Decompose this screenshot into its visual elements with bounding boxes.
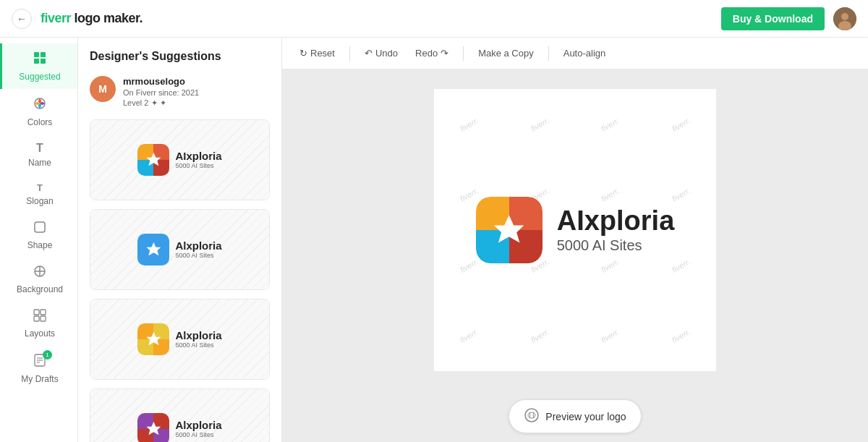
- undo-icon: ↶: [365, 48, 373, 59]
- svg-rect-13: [41, 310, 46, 315]
- svg-rect-15: [41, 316, 46, 321]
- header: ← fiverr logo maker. Buy & Download: [0, 0, 868, 38]
- toolbar-divider-1: [349, 46, 350, 61]
- slogan-icon: T: [37, 182, 43, 193]
- preview-label: Preview your logo: [545, 411, 626, 422]
- name-icon: T: [36, 142, 43, 155]
- sidebar-item-label: Suggested: [19, 72, 60, 82]
- designer-name: mrmouselogo: [123, 76, 199, 87]
- card-preview-1: AIxploria 5000 AI Sites: [90, 120, 269, 200]
- sidebar-item-slogan[interactable]: T Slogan: [0, 175, 77, 213]
- main-logo-text: AIxploria 5000 AI Sites: [557, 207, 675, 254]
- svg-rect-8: [35, 222, 45, 232]
- card-preview-3: Alxploria 5000 AI Sites: [90, 299, 269, 379]
- svg-rect-4: [41, 52, 46, 57]
- sidebar-item-shape[interactable]: Shape: [0, 213, 77, 258]
- make-copy-button[interactable]: Make a Copy: [472, 45, 540, 61]
- user-avatar[interactable]: [833, 7, 856, 30]
- suggestion-card-2[interactable]: Alxploria 5000 AI Sites: [90, 209, 270, 290]
- background-icon: [33, 265, 46, 281]
- sidebar-item-drafts[interactable]: 1 My Drafts: [0, 346, 77, 391]
- sidebar-item-layouts[interactable]: Layouts: [0, 302, 77, 346]
- drafts-badge: 1: [43, 350, 52, 360]
- auto-align-button[interactable]: Auto-align: [558, 45, 612, 61]
- svg-rect-6: [41, 59, 46, 64]
- card-preview-2: Alxploria 5000 AI Sites: [90, 210, 269, 289]
- logo-preview-inner: AIxploria 5000 AI Sites: [476, 197, 675, 263]
- buy-download-button[interactable]: Buy & Download: [721, 7, 825, 30]
- preview-btn-area: Preview your logo: [282, 391, 868, 442]
- reset-button[interactable]: ↻ Reset: [294, 45, 341, 61]
- suggested-icon: [33, 51, 47, 69]
- suggestion-card-1[interactable]: AIxploria 5000 AI Sites: [90, 119, 270, 200]
- designer-info: M mrmouselogo On Fiverr since: 2021 Leve…: [90, 76, 270, 108]
- sidebar-item-colors[interactable]: Colors: [0, 89, 77, 135]
- sidebar-item-label: Background: [17, 284, 63, 294]
- main-layout: Suggested Colors T Name T Slogan Shape: [0, 38, 868, 442]
- back-button[interactable]: ←: [12, 9, 32, 29]
- sidebar: Suggested Colors T Name T Slogan Shape: [0, 38, 78, 442]
- svg-rect-12: [34, 310, 39, 315]
- toolbar-divider-3: [548, 46, 549, 61]
- sidebar-item-label: Slogan: [26, 196, 53, 206]
- main-logo-icon: [476, 197, 542, 263]
- canvas-content: fiverr. fiverr. fiverr. fiverr. fiverr. …: [282, 69, 868, 391]
- svg-rect-14: [34, 316, 39, 321]
- sidebar-item-label: Shape: [27, 240, 53, 250]
- preview-logo-button[interactable]: Preview your logo: [509, 399, 641, 433]
- shape-icon: [33, 221, 46, 237]
- undo-button[interactable]: ↶ Undo: [359, 45, 404, 61]
- sidebar-item-label: Colors: [27, 117, 53, 127]
- sidebar-item-label: My Drafts: [21, 374, 58, 384]
- redo-button[interactable]: Redo ↷: [409, 45, 454, 61]
- redo-icon: ↷: [441, 48, 448, 59]
- sidebar-item-label: Layouts: [25, 328, 55, 339]
- svg-rect-5: [34, 59, 39, 64]
- panel-title: Designer's Suggestions: [90, 49, 270, 64]
- svg-point-21: [528, 412, 535, 418]
- colors-icon: [33, 96, 47, 114]
- canvas-area: ↻ Reset ↶ Undo Redo ↷ Make a Copy Auto-a…: [282, 38, 868, 442]
- sidebar-item-label: Name: [28, 158, 51, 168]
- suggestion-card-3[interactable]: Alxploria 5000 AI Sites: [90, 299, 270, 380]
- toolbar-divider-2: [463, 46, 464, 61]
- app-logo: fiverr logo maker.: [41, 11, 142, 26]
- suggestions-panel: Designer's Suggestions M mrmouselogo On …: [78, 38, 282, 442]
- svg-point-20: [525, 409, 538, 422]
- main-brand-sub: 5000 AI Sites: [557, 237, 675, 254]
- header-left: ← fiverr logo maker.: [12, 9, 142, 29]
- sidebar-item-background[interactable]: Background: [0, 258, 77, 302]
- logo-preview-box: fiverr. fiverr. fiverr. fiverr. fiverr. …: [434, 89, 716, 371]
- sidebar-item-name[interactable]: T Name: [0, 135, 77, 175]
- reset-icon: ↻: [299, 48, 307, 59]
- designer-details: mrmouselogo On Fiverr since: 2021 Level …: [123, 76, 199, 108]
- designer-level: Level 2 ✦ ✦: [123, 98, 199, 108]
- main-brand-name: AIxploria: [557, 207, 675, 234]
- designer-since: On Fiverr since: 2021: [123, 88, 199, 97]
- designer-avatar: M: [90, 76, 116, 102]
- drafts-icon: 1: [33, 353, 46, 371]
- suggestion-card-4[interactable]: Alxploria 5000 AI Sites: [90, 388, 270, 442]
- toolbar: ↻ Reset ↶ Undo Redo ↷ Make a Copy Auto-a…: [282, 38, 868, 69]
- preview-icon: [524, 407, 540, 425]
- card-preview-4: Alxploria 5000 AI Sites: [90, 389, 269, 442]
- sidebar-item-suggested[interactable]: Suggested: [0, 43, 77, 89]
- layouts-icon: [33, 309, 46, 326]
- svg-rect-3: [34, 52, 39, 57]
- header-right: Buy & Download: [721, 7, 856, 30]
- svg-point-1: [841, 13, 848, 20]
